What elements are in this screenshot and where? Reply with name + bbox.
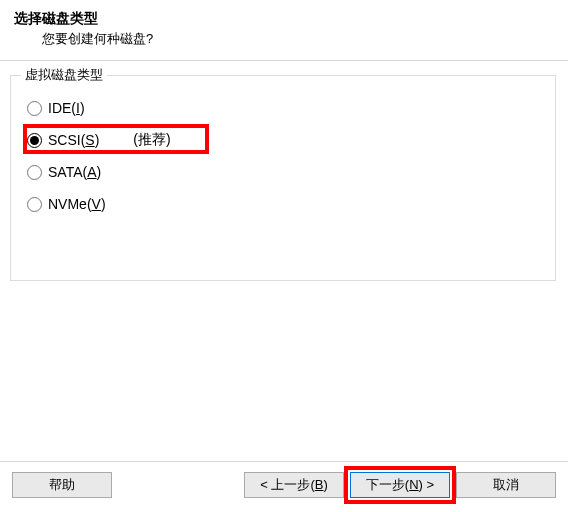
radio-scsi-suffix: (推荐): [133, 131, 170, 149]
radio-ide-label: IDE(I): [48, 100, 85, 116]
radio-option-scsi[interactable]: SCSI(S) (推荐): [23, 124, 543, 156]
radio-nvme[interactable]: [27, 197, 42, 212]
radio-option-nvme[interactable]: NVMe(V): [23, 188, 543, 220]
next-button[interactable]: 下一步(N) >: [350, 472, 450, 498]
radio-option-ide[interactable]: IDE(I): [23, 92, 543, 124]
page-title: 选择磁盘类型: [14, 10, 554, 28]
radio-scsi-label: SCSI(S): [48, 132, 99, 148]
back-button[interactable]: < 上一步(B): [244, 472, 344, 498]
page-subtitle: 您要创建何种磁盘?: [14, 30, 554, 48]
wizard-footer: 帮助 < 上一步(B) 下一步(N) > 取消: [0, 461, 568, 512]
help-button[interactable]: 帮助: [12, 472, 112, 498]
wizard-header: 选择磁盘类型 您要创建何种磁盘?: [0, 0, 568, 54]
disk-type-group: 虚拟磁盘类型 IDE(I) SCSI(S) (推荐) SATA(A) NVMe(…: [10, 75, 556, 281]
radio-sata[interactable]: [27, 165, 42, 180]
radio-sata-label: SATA(A): [48, 164, 101, 180]
radio-ide[interactable]: [27, 101, 42, 116]
radio-nvme-label: NVMe(V): [48, 196, 106, 212]
group-label: 虚拟磁盘类型: [21, 66, 107, 84]
radio-scsi[interactable]: [27, 133, 42, 148]
radio-option-sata[interactable]: SATA(A): [23, 156, 543, 188]
cancel-button[interactable]: 取消: [456, 472, 556, 498]
